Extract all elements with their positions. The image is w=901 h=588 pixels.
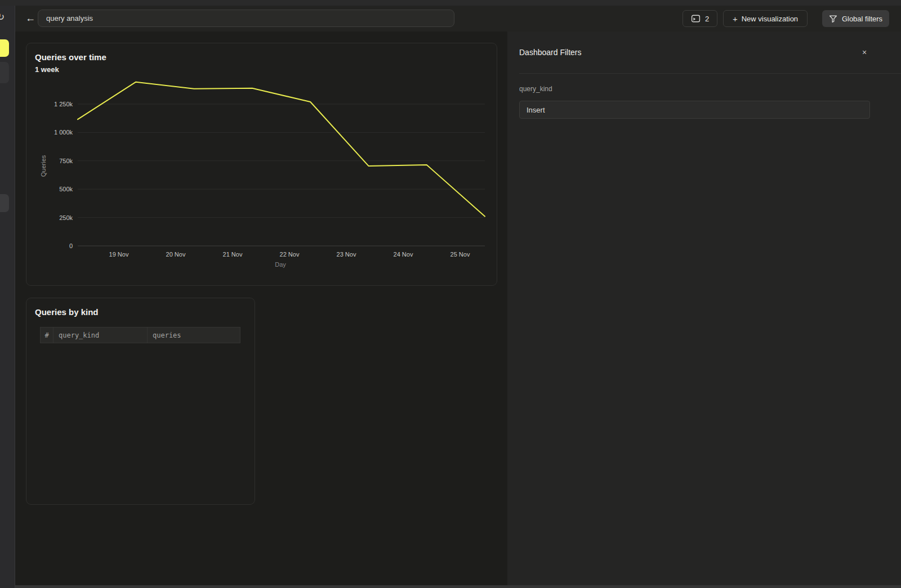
dashboard-filters-panel: Dashboard Filters × query_kind	[507, 32, 901, 588]
chart-title: Queries over time	[35, 52, 106, 62]
query-kind-filter-input[interactable]	[519, 101, 870, 119]
visualization-count-button[interactable]: 2	[683, 10, 717, 27]
queries-over-time-chart: 0250k500k750k1 000k1 250k19 Nov20 Nov21 …	[34, 76, 493, 279]
plus-icon: +	[733, 14, 738, 24]
horizontal-scrollbar[interactable]	[15, 585, 901, 588]
queries-by-kind-table: # query_kind queries	[40, 327, 240, 343]
top-bar: ← 2 + New visualization Global filters	[15, 6, 901, 32]
dashboard-canvas: Queries over time 1 week 0250k500k750k1 …	[15, 32, 507, 588]
filter-field-label: query_kind	[519, 85, 552, 93]
y-tick-label: 250k	[59, 214, 73, 221]
filters-panel-title: Dashboard Filters	[519, 48, 582, 57]
refresh-icon[interactable]: ↻	[0, 11, 5, 23]
x-tick-label: 22 Nov	[280, 251, 300, 258]
close-icon[interactable]: ×	[859, 47, 870, 58]
table-header-row: # query_kind queries	[41, 327, 240, 343]
chart-subtitle: 1 week	[35, 65, 59, 74]
x-tick-label: 20 Nov	[166, 251, 186, 258]
queries-line-series	[78, 82, 485, 217]
panel-divider	[519, 73, 901, 74]
rail-item-active[interactable]	[0, 39, 9, 57]
table-title: Queries by kind	[35, 307, 99, 317]
y-axis-label: Queries	[40, 155, 47, 177]
x-axis-label: Day	[275, 261, 286, 268]
y-tick-label: 500k	[59, 186, 73, 192]
column-header-queries: queries	[148, 327, 240, 343]
column-header-query-kind: query_kind	[53, 327, 148, 343]
column-header-index: #	[41, 327, 53, 343]
x-tick-label: 23 Nov	[337, 251, 356, 258]
y-tick-label: 0	[69, 243, 73, 249]
y-tick-label: 1 250k	[54, 101, 73, 107]
back-arrow-icon: ←	[25, 12, 35, 24]
x-tick-label: 19 Nov	[109, 251, 129, 258]
new-visualization-label: New visualization	[742, 15, 798, 23]
queries-over-time-card: Queries over time 1 week 0250k500k750k1 …	[26, 43, 497, 286]
visualization-count: 2	[705, 15, 709, 23]
global-filters-button[interactable]: Global filters	[822, 10, 889, 27]
rail-item[interactable]	[0, 62, 9, 83]
window-top-strip	[0, 0, 901, 6]
left-rail: ↻	[0, 6, 15, 588]
dashboard-app: ↻ ← 2 + New visualization	[0, 0, 901, 588]
y-tick-label: 1 000k	[54, 129, 73, 136]
funnel-icon	[829, 15, 837, 23]
global-filters-label: Global filters	[842, 15, 882, 23]
x-tick-label: 25 Nov	[450, 251, 470, 258]
dashboard-title-input[interactable]	[38, 10, 454, 27]
x-tick-label: 21 Nov	[223, 251, 243, 258]
rail-item[interactable]	[0, 194, 9, 212]
visualization-icon	[691, 14, 701, 23]
queries-by-kind-card: Queries by kind # query_kind queries	[26, 298, 255, 505]
y-tick-label: 750k	[59, 158, 73, 164]
new-visualization-button[interactable]: + New visualization	[723, 10, 808, 27]
x-tick-label: 24 Nov	[394, 251, 413, 258]
back-button[interactable]: ←	[21, 10, 39, 27]
